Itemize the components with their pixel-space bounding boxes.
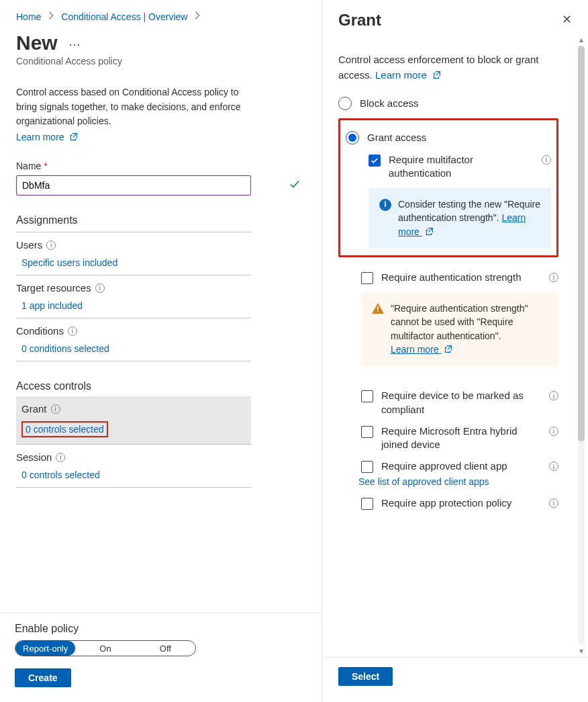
check-require-app-protection[interactable]: Require app protection policy i bbox=[361, 496, 558, 510]
checkbox-icon bbox=[361, 426, 373, 438]
seg-off[interactable]: Off bbox=[136, 641, 195, 656]
access-grant[interactable]: Grant i 0 controls selected bbox=[16, 396, 251, 445]
scroll-thumb[interactable] bbox=[578, 46, 585, 441]
enable-policy-label: Enable policy bbox=[15, 623, 307, 635]
info-icon[interactable]: i bbox=[549, 273, 558, 282]
section-access-controls: Access controls bbox=[16, 380, 305, 392]
chevron-right-icon bbox=[193, 11, 202, 22]
check-require-hybrid-joined[interactable]: Require Microsoft Entra hybrid joined de… bbox=[361, 425, 558, 452]
info-icon[interactable]: i bbox=[549, 462, 558, 471]
scroll-track[interactable] bbox=[578, 46, 585, 645]
footer: Enable policy Report-only On Off Create bbox=[0, 613, 322, 702]
checkbox-icon bbox=[361, 461, 373, 473]
assignments-conditions[interactable]: Conditions i 0 conditions selected bbox=[16, 318, 251, 361]
breadcrumb-conditional-access[interactable]: Conditional Access | Overview bbox=[61, 11, 187, 22]
assignments-users[interactable]: Users i Specific users included bbox=[16, 232, 251, 275]
access-session[interactable]: Session i 0 controls selected bbox=[16, 445, 251, 488]
warning-triangle-icon bbox=[372, 303, 384, 314]
radio-block-access[interactable]: Block access bbox=[338, 97, 558, 110]
warn-callout-link[interactable]: Learn more bbox=[391, 344, 452, 355]
breadcrumb: Home Conditional Access | Overview bbox=[16, 11, 305, 22]
checkbox-icon bbox=[361, 498, 373, 510]
blade-description: Control access enforcement to block or g… bbox=[338, 52, 558, 83]
external-link-icon bbox=[425, 226, 434, 239]
close-icon[interactable]: ✕ bbox=[562, 13, 572, 26]
section-assignments: Assignments bbox=[16, 214, 251, 232]
radio-icon bbox=[338, 97, 352, 110]
external-link-icon bbox=[444, 343, 452, 357]
grant-blade: Grant ✕ Control access enforcement to bl… bbox=[322, 0, 588, 702]
blade-learn-more-link[interactable]: Learn more bbox=[375, 69, 441, 81]
blade-title: Grant bbox=[338, 11, 381, 30]
info-icon[interactable]: i bbox=[542, 155, 551, 165]
page-title: New bbox=[16, 32, 58, 54]
name-input[interactable] bbox=[16, 175, 251, 195]
breadcrumb-home[interactable]: Home bbox=[16, 11, 41, 22]
checkbox-icon bbox=[361, 272, 373, 284]
checkbox-icon-checked bbox=[369, 155, 381, 167]
info-icon[interactable]: i bbox=[95, 283, 105, 293]
assignments-target-resources[interactable]: Target resources i 1 app included bbox=[16, 275, 251, 318]
create-button[interactable]: Create bbox=[15, 668, 71, 687]
check-require-compliant-device[interactable]: Require device to be marked as compliant… bbox=[361, 389, 558, 416]
enable-policy-toggle[interactable]: Report-only On Off bbox=[15, 640, 196, 656]
chevron-right-icon bbox=[46, 11, 56, 22]
scroll-up-icon[interactable]: ▴ bbox=[579, 35, 583, 44]
target-resources-value[interactable]: 1 app included bbox=[21, 300, 83, 311]
radio-grant-access[interactable]: Grant access bbox=[346, 131, 551, 144]
info-icon[interactable]: i bbox=[549, 498, 558, 508]
valid-check-icon bbox=[289, 179, 300, 192]
grant-value[interactable]: 0 controls selected bbox=[26, 424, 104, 435]
target-resources-label: Target resources bbox=[16, 282, 91, 294]
scrollbar[interactable]: ▴ ▾ bbox=[575, 34, 588, 657]
users-value[interactable]: Specific users included bbox=[21, 257, 117, 268]
session-value[interactable]: 0 controls selected bbox=[21, 470, 100, 480]
learn-more-label: Learn more bbox=[16, 132, 64, 142]
learn-more-link[interactable]: Learn more bbox=[16, 132, 305, 143]
seg-on[interactable]: On bbox=[75, 641, 135, 656]
highlight-grant-access: Grant access Require multifactor authent… bbox=[338, 118, 558, 257]
page-subtitle: Conditional Access policy bbox=[16, 56, 305, 67]
info-icon[interactable]: i bbox=[46, 240, 56, 250]
check-require-approved-client-app[interactable]: Require approved client app i bbox=[361, 459, 558, 473]
external-link-icon bbox=[432, 69, 441, 84]
intro-text: Control access based on Conditional Acce… bbox=[16, 85, 258, 129]
warn-callout-auth-strength: "Require authentication strength" cannot… bbox=[361, 292, 558, 366]
conditions-label: Conditions bbox=[16, 325, 64, 337]
radio-icon-selected bbox=[346, 131, 359, 144]
checkbox-icon bbox=[361, 390, 373, 402]
select-button[interactable]: Select bbox=[338, 667, 393, 686]
users-label: Users bbox=[16, 239, 42, 251]
info-icon[interactable]: i bbox=[549, 391, 558, 400]
scroll-down-icon[interactable]: ▾ bbox=[579, 646, 583, 656]
approved-apps-link[interactable]: See list of approved client apps bbox=[358, 476, 489, 487]
blade-body: Control access enforcement to block or g… bbox=[322, 34, 575, 657]
name-label: Name* bbox=[16, 161, 305, 171]
external-link-icon bbox=[69, 132, 78, 143]
seg-report-only[interactable]: Report-only bbox=[15, 641, 75, 656]
main-panel: Home Conditional Access | Overview New ⋯… bbox=[0, 0, 322, 702]
check-require-mfa[interactable]: Require multifactor authentication i bbox=[369, 153, 551, 181]
info-icon[interactable]: i bbox=[68, 326, 77, 336]
conditions-value[interactable]: 0 conditions selected bbox=[21, 343, 109, 354]
grant-label: Grant bbox=[21, 403, 47, 414]
info-icon[interactable]: i bbox=[549, 427, 558, 436]
info-icon[interactable]: i bbox=[56, 453, 65, 462]
more-icon[interactable]: ⋯ bbox=[68, 38, 81, 50]
info-callout-auth-strength: i Consider testing the new "Require auth… bbox=[369, 188, 551, 249]
session-label: Session bbox=[16, 451, 52, 463]
info-circle-icon: i bbox=[379, 199, 391, 211]
check-require-auth-strength[interactable]: Require authentication strength i bbox=[361, 271, 558, 284]
blade-footer: Select bbox=[322, 657, 588, 702]
info-icon[interactable]: i bbox=[51, 404, 60, 414]
